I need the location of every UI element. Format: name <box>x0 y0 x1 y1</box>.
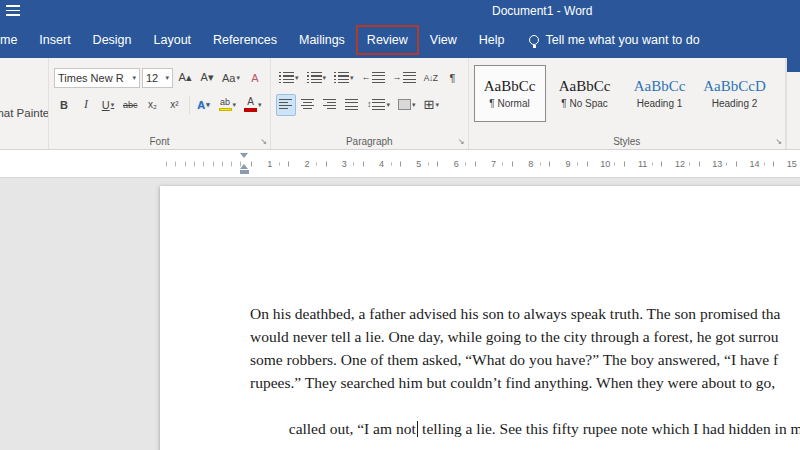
left-indent-marker[interactable] <box>240 170 249 174</box>
chevron-down-icon: ▾ <box>236 74 240 81</box>
chevron-down-icon: ▾ <box>165 74 169 81</box>
ribbon-tab[interactable]: Layout <box>143 22 203 58</box>
italic-button[interactable]: I <box>76 94 96 116</box>
sort-button[interactable]: A↓Z <box>421 67 441 89</box>
style-preview: AaBbCc <box>559 78 611 95</box>
justify-button[interactable] <box>342 94 362 116</box>
ruler-tick: 3 <box>326 150 363 177</box>
font-group: Times New R ▾ 12 ▾ A▴ A▾ Aa ▾ A B <box>49 58 271 149</box>
shrink-font-button[interactable]: A▾ <box>197 67 217 89</box>
ribbon-tab[interactable]: Design <box>82 22 143 58</box>
ribbon-tab[interactable]: References <box>202 22 288 58</box>
paragraph-group: ▾ ▾ ▾ ← → A↓Z ¶ <box>271 58 469 149</box>
styles-group-label: Styles <box>469 136 785 147</box>
font-name-combo[interactable]: Times New R ▾ <box>54 68 140 88</box>
increase-indent-button[interactable]: → <box>390 67 419 89</box>
chevron-down-icon: ▾ <box>111 101 115 108</box>
ribbon-tab[interactable]: Home <box>0 22 28 58</box>
format-painter-button[interactable]: Format Painter <box>0 107 49 119</box>
bullets-button[interactable]: ▾ <box>276 67 302 89</box>
numbering-button[interactable]: ▾ <box>304 67 330 89</box>
show-marks-button[interactable]: ¶ <box>443 67 463 89</box>
chevron-down-icon: ▾ <box>386 101 390 108</box>
strikethrough-button[interactable]: abc <box>120 94 141 116</box>
ribbon-tab[interactable]: Review <box>356 25 419 55</box>
hanging-indent-marker[interactable] <box>240 164 248 169</box>
line-spacing-button[interactable]: ↕ ▾ <box>364 94 393 116</box>
tell-me-box[interactable]: Tell me what you want to do <box>529 33 699 47</box>
ribbon-scroll-button[interactable] <box>787 58 800 72</box>
menu-icon[interactable] <box>6 5 20 16</box>
ribbon-tab-label: Design <box>93 33 132 47</box>
bold-button[interactable]: B <box>54 94 74 116</box>
ribbon-tab[interactable]: Help <box>468 22 516 58</box>
multilevel-list-icon <box>334 72 349 83</box>
align-left-button[interactable] <box>276 94 296 116</box>
line-spacing-icon <box>372 99 385 110</box>
ribbon-tab[interactable]: Insert <box>28 22 81 58</box>
ribbon-tab[interactable]: View <box>419 22 468 58</box>
shading-icon <box>398 99 411 110</box>
word-window: Document1 - Word Home Insert Design Layo… <box>0 0 800 450</box>
justify-icon <box>345 99 358 110</box>
borders-button[interactable]: ⊞ ▾ <box>421 94 442 116</box>
chevron-down-icon: ▾ <box>323 74 327 81</box>
style-preview: AaBbCc <box>484 78 536 95</box>
ruler-tick: 8 <box>512 150 549 177</box>
grow-font-button[interactable]: A▴ <box>175 67 195 89</box>
text-line-with-caret: called out, “I am not telling a lie. See… <box>250 394 800 450</box>
highlight-swatch <box>219 108 232 112</box>
multilevel-list-button[interactable]: ▾ <box>331 67 357 89</box>
subscript-button[interactable]: x₂ <box>143 94 163 116</box>
text-line: some robbers. One of them asked, “What d… <box>250 348 800 371</box>
style-preview: AaBbCc <box>634 78 686 95</box>
chevron-down-icon: ▾ <box>132 74 136 81</box>
chevron-down-icon: ▾ <box>412 101 416 108</box>
ribbon-tab-label: Mailings <box>299 33 345 47</box>
document-page[interactable]: On his deathbed, a father advised his so… <box>160 186 800 450</box>
ribbon-tab-label: Home <box>0 33 17 47</box>
ruler-tick: 13 <box>699 150 736 177</box>
chevron-down-icon: ▾ <box>258 101 262 108</box>
divider <box>189 96 190 114</box>
style-item[interactable]: AaBbCcD Heading 2 <box>699 65 771 122</box>
first-line-indent-marker[interactable] <box>240 153 248 158</box>
ruler-tick: 12 <box>661 150 698 177</box>
clear-formatting-button[interactable]: A <box>245 67 265 89</box>
ruler-tick: 7 <box>475 150 512 177</box>
font-color-swatch <box>244 108 257 112</box>
style-label: Heading 1 <box>637 98 683 109</box>
text-line: would never tell a lie. One day, while g… <box>250 325 800 348</box>
ruler-tick: 15 <box>773 150 800 177</box>
font-size-combo[interactable]: 12 ▾ <box>142 68 173 88</box>
lightbulb-icon <box>529 35 539 45</box>
decrease-indent-button[interactable]: ← <box>359 67 388 89</box>
underline-button[interactable]: U ▾ <box>98 94 118 116</box>
style-item[interactable]: AaBbCc Heading 1 <box>624 65 696 122</box>
text-line: rupees.” They searched him but couldn’t … <box>250 371 800 394</box>
text-line: On his deathbed, a father advised his so… <box>250 302 800 325</box>
text-effects-button[interactable]: A ▾ <box>194 94 214 116</box>
change-case-button[interactable]: Aa ▾ <box>219 67 243 89</box>
font-color-button[interactable]: A ▾ <box>241 94 265 116</box>
numbered-list-icon <box>307 72 322 83</box>
chevron-down-icon: ▾ <box>350 74 354 81</box>
highlight-color-button[interactable]: ab ▾ <box>216 94 240 116</box>
superscript-button[interactable]: x² <box>165 94 185 116</box>
style-item[interactable]: AaBbCc ¶ Normal <box>474 65 546 122</box>
ribbon-tab[interactable]: Mailings <box>288 22 356 58</box>
paragraph-group-label: Paragraph <box>271 136 468 147</box>
paragraph-dialog-launcher[interactable]: ↘ <box>458 138 465 146</box>
ruler-tick: 4 <box>363 150 400 177</box>
horizontal-ruler[interactable]: 1 2 3 4 5 6 7 8 9 10 11 12 <box>0 150 800 178</box>
font-dialog-launcher[interactable]: ↘ <box>260 138 267 146</box>
ribbon-tab-label: Help <box>479 33 505 47</box>
styles-dialog-launcher[interactable]: ↘ <box>775 138 782 146</box>
ruler-tick: 2 <box>288 150 325 177</box>
align-center-button[interactable] <box>298 94 318 116</box>
style-item[interactable]: AaBbCc ¶ No Spac <box>549 65 621 122</box>
shading-button[interactable]: ▾ <box>395 94 419 116</box>
align-right-button[interactable] <box>320 94 340 116</box>
ruler-tick: 11 <box>624 150 661 177</box>
ruler-scale: 1 2 3 4 5 6 7 8 9 10 11 12 <box>251 150 800 177</box>
